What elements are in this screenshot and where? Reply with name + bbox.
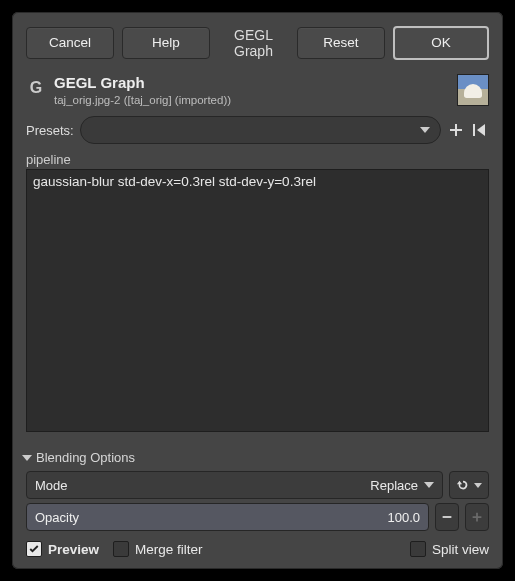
split-view-checkbox[interactable]: Split view — [410, 541, 489, 557]
opacity-value: 100.0 — [79, 510, 420, 525]
checkbox-checked-icon — [26, 541, 42, 557]
presets-dropdown[interactable] — [80, 116, 441, 144]
opacity-label: Opacity — [35, 510, 79, 525]
merge-filter-label: Merge filter — [135, 542, 203, 557]
mode-row: Mode Replace — [12, 469, 503, 501]
opacity-slider[interactable]: Opacity 100.0 — [26, 503, 429, 531]
svg-rect-0 — [473, 124, 475, 136]
minus-icon — [440, 510, 454, 524]
gegl-logo-icon: G — [26, 78, 46, 98]
mode-dropdown[interactable]: Mode Replace — [26, 471, 443, 499]
reset-icon — [456, 478, 470, 492]
svg-rect-1 — [443, 516, 452, 518]
preview-label: Preview — [48, 542, 99, 557]
header-text: GEGL Graph taj_orig.jpg-2 ([taj_orig] (i… — [54, 74, 449, 108]
manage-presets-button[interactable] — [471, 121, 489, 139]
plus-icon — [470, 510, 484, 524]
image-thumbnail — [457, 74, 489, 106]
chevron-down-icon — [420, 127, 430, 133]
dialog-action-row: Cancel Help GEGL Graph Reset OK — [12, 12, 503, 70]
dialog-title: GEGL Graph — [218, 27, 289, 59]
mode-label: Mode — [35, 478, 68, 493]
reset-button[interactable]: Reset — [297, 27, 385, 59]
mode-reset-button[interactable] — [449, 471, 489, 499]
dialog-window: Cancel Help GEGL Graph Reset OK G GEGL G… — [12, 12, 503, 569]
blending-options-header[interactable]: Blending Options — [12, 440, 503, 469]
playback-prev-icon — [472, 122, 488, 138]
expander-down-icon — [22, 455, 32, 461]
pipeline-textarea[interactable] — [26, 169, 489, 432]
pipeline-label: pipeline — [12, 148, 503, 169]
pipeline-area — [26, 169, 489, 440]
preview-checkbox[interactable]: Preview — [26, 541, 99, 557]
split-view-label: Split view — [432, 542, 489, 557]
cancel-button[interactable]: Cancel — [26, 27, 114, 59]
opacity-increment-button[interactable] — [465, 503, 489, 531]
bottom-options-row: Preview Merge filter Split view — [12, 533, 503, 569]
add-preset-button[interactable] — [447, 121, 465, 139]
presets-row: Presets: — [12, 110, 503, 148]
header-subtitle: taj_orig.jpg-2 ([taj_orig] (imported)) — [54, 92, 449, 108]
checkbox-unchecked-icon — [113, 541, 129, 557]
chevron-down-icon — [474, 483, 482, 488]
opacity-row: Opacity 100.0 — [12, 501, 503, 533]
opacity-decrement-button[interactable] — [435, 503, 459, 531]
blending-options-label: Blending Options — [36, 450, 135, 465]
presets-label: Presets: — [26, 123, 74, 138]
mode-value: Replace — [68, 478, 424, 493]
ok-button[interactable]: OK — [393, 26, 489, 60]
plus-icon — [448, 122, 464, 138]
checkbox-unchecked-icon — [410, 541, 426, 557]
chevron-down-icon — [424, 482, 434, 488]
merge-filter-checkbox[interactable]: Merge filter — [113, 541, 203, 557]
help-button[interactable]: Help — [122, 27, 210, 59]
header-title: GEGL Graph — [54, 74, 449, 92]
dialog-header: G GEGL Graph taj_orig.jpg-2 ([taj_orig] … — [12, 70, 503, 110]
